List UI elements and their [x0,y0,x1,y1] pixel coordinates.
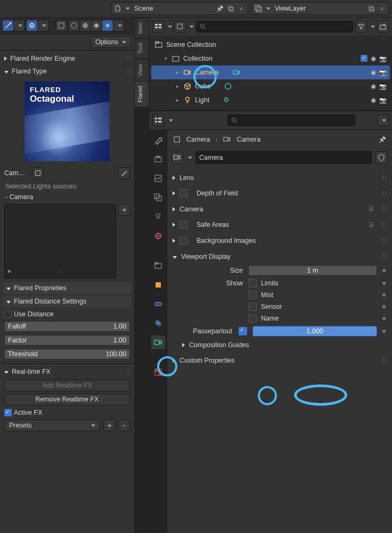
active-fx-row[interactable]: Active FX [1,407,133,418]
overlay-box-icon[interactable] [56,20,67,31]
eyedropper-button[interactable] [118,167,130,179]
panel-viewport-display[interactable]: Viewport Display∷ [170,249,389,264]
shade-wire-icon[interactable] [69,20,79,31]
tab-item[interactable]: Item [135,18,149,38]
tree-item-cube[interactable]: Cube [151,79,390,93]
outliner-search[interactable] [196,21,353,32]
panel-flared-render[interactable]: Flared Render Engine ∷ [1,53,133,64]
filter-button[interactable] [355,21,367,32]
shade-render-icon[interactable] [102,20,113,31]
tab-camera-data[interactable] [151,335,165,349]
panel-flared-distance[interactable]: Flared Distance Settings [3,296,131,307]
drag-handle-icon[interactable]: ∷ [59,270,62,275]
dof-checkbox[interactable] [179,189,188,198]
camera-data-dropdown[interactable] [172,152,183,163]
render-icon[interactable] [379,96,387,104]
add-light-button[interactable]: ＋ [118,204,130,216]
render-icon[interactable] [379,55,387,62]
tab-texture[interactable] [151,365,165,379]
remove-realtime-fx-button[interactable]: Remove Realtime FX [4,393,130,405]
panel-flared-type[interactable]: Flared Type ∷ [1,65,133,77]
tab-constraints[interactable] [151,297,165,311]
outliner-mode-dropdown[interactable] [152,21,164,32]
tree-item-light[interactable]: Light [151,93,390,107]
animate-button[interactable] [382,293,386,297]
show-mist-row[interactable]: Mist [248,291,377,299]
visibility-icon[interactable] [371,55,376,62]
viewlayer-selector[interactable]: ViewLayer × [251,2,389,15]
use-distance-row[interactable]: Use Distance [1,309,133,319]
tab-physics[interactable] [151,316,165,330]
presets-dropdown[interactable]: Presets [4,420,100,431]
tree-collection[interactable]: Collection [151,52,390,65]
orientation-icon[interactable] [3,20,13,31]
new-collection-button[interactable] [377,21,389,32]
animate-button[interactable] [382,305,386,308]
tab-tool[interactable]: Tool [135,39,149,58]
tree-scene-collection[interactable]: Scene Collection [151,38,390,52]
shade-matcap-icon[interactable] [91,20,102,31]
passepartout-checkbox[interactable] [239,327,247,335]
tab-viewlayer[interactable] [151,191,165,204]
close-icon[interactable]: × [237,4,246,13]
render-icon[interactable] [379,83,387,90]
tab-collection[interactable] [151,259,165,273]
show-limits-row[interactable]: Limits [248,279,377,288]
threshold-slider[interactable]: Threshold100.00 [4,349,130,359]
falloff-slider[interactable]: Falloff1.00 [4,321,130,332]
tab-view[interactable]: View [135,60,149,81]
cam-target-button[interactable] [32,167,44,179]
presets-icon[interactable]: ☰ [369,222,376,228]
tab-scene[interactable] [151,210,165,224]
tab-object[interactable] [151,278,165,292]
shade-dropdown[interactable] [113,20,124,31]
props-mode-button[interactable] [152,114,164,126]
add-realtime-fx-button[interactable]: Add Realtime FX [4,380,130,391]
panel-flared-proprieties[interactable]: Flared Proprieties [3,282,131,294]
preset-remove-button[interactable]: － [118,420,130,431]
panel-lens[interactable]: Lens∷ [170,170,389,185]
visibility-icon[interactable] [371,96,376,104]
scene-selector[interactable]: Scene × [111,2,248,15]
panel-realtime-fx[interactable]: Real-time FX∷ [1,366,133,378]
panel-safe-areas[interactable]: Safe Areas☰∷ [170,217,389,232]
copy-icon[interactable] [367,4,375,13]
lights-list[interactable]: ▸ ∷ [4,204,116,278]
panel-bg-images[interactable]: Background Images∷ [170,233,389,248]
pin-icon[interactable] [378,135,387,144]
shade-solid-icon[interactable] [80,20,91,31]
tab-render[interactable] [151,152,165,166]
panel-camera[interactable]: Camera☰∷ [170,202,389,216]
animate-button[interactable] [382,282,386,285]
orientation-dropdown[interactable] [14,20,24,31]
animate-button[interactable] [382,317,386,320]
fake-user-button[interactable] [375,151,388,164]
pivot-icon[interactable] [27,20,37,31]
tree-item-camera[interactable]: Camera [151,65,390,79]
pin-icon[interactable] [216,4,224,13]
presets-icon[interactable]: ☰ [369,206,376,212]
tab-world[interactable] [151,229,165,243]
props-search[interactable] [227,114,355,126]
bg-images-checkbox[interactable] [179,236,188,245]
visibility-icon[interactable] [371,83,376,90]
flare-thumbnail[interactable]: FLARED Octagonal [24,81,110,161]
pivot-dropdown[interactable] [38,20,48,31]
render-icon[interactable] [379,69,387,76]
tab-tool[interactable] [151,133,165,147]
safe-areas-checkbox[interactable] [179,220,188,229]
show-name-row[interactable]: Name [248,314,377,323]
tab-flared[interactable]: Flared [135,81,149,106]
tab-output[interactable] [151,171,165,185]
copy-icon[interactable] [226,4,235,13]
panel-custom-properties[interactable]: Custom Properties∷ [170,353,389,367]
visibility-icon[interactable] [371,69,376,76]
preset-add-button[interactable]: ＋ [103,420,115,431]
exclude-checkbox[interactable] [361,55,368,62]
close-icon[interactable]: × [378,4,386,13]
options-dropdown-button[interactable] [377,114,389,126]
animate-button[interactable] [382,269,386,272]
panel-dof[interactable]: Depth of Field∷ [170,186,389,201]
passepartout-field[interactable]: 1.000 [252,326,377,337]
size-field[interactable]: 1 m [248,265,377,276]
